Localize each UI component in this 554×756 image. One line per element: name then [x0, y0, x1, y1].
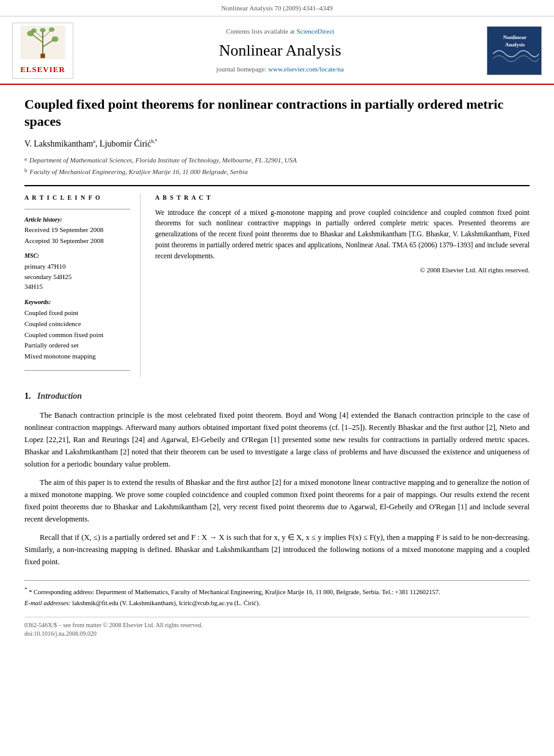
affiliations: a Department of Mathematical Sciences, F… — [24, 155, 530, 176]
affiliation-a: a Department of Mathematical Sciences, F… — [24, 155, 530, 165]
received-text: Received 19 September 2008 — [24, 225, 130, 234]
journal-logo-icon: Nonlinear Analysis — [490, 29, 540, 69]
section-1-name: Introduction — [37, 391, 82, 401]
journal-homepage-link[interactable]: www.elsevier.com/locate/na — [268, 65, 344, 73]
elsevier-logo-box: ELSEVIER — [12, 23, 73, 79]
svg-text:Nonlinear: Nonlinear — [503, 34, 527, 40]
journal-reference-bar: Nonlinear Analysis 70 (2009) 4341–4349 — [0, 0, 554, 16]
svg-rect-11 — [40, 54, 45, 58]
svg-point-7 — [52, 36, 59, 42]
msc-3: 34H15 — [24, 282, 130, 292]
contents-text: Contents lists available at — [226, 27, 295, 35]
abstract-title: A B S T R A C T — [155, 194, 530, 203]
footnote-email-line: E-mail addresses: lakshmik@fit.edu (V. L… — [24, 598, 530, 608]
elsevier-logo: ELSEVIER — [12, 23, 73, 79]
svg-text:Analysis: Analysis — [505, 42, 525, 48]
keyword-4: Partially ordered set — [24, 340, 130, 351]
journal-logo-right: Nonlinear Analysis — [487, 26, 542, 75]
info-divider-1 — [24, 209, 130, 209]
authors-text: V. Lakshmikanthama, Ljubomir Ćirićb,* — [24, 139, 157, 148]
intro-paragraph-3: Recall that if (X, ≤) is a partially ord… — [24, 531, 530, 568]
affil-text-a: Department of Mathematical Sciences, Flo… — [29, 155, 297, 165]
copyright-text: © 2008 Elsevier Ltd. All rights reserved… — [155, 266, 530, 275]
svg-point-8 — [31, 29, 37, 33]
info-divider-2 — [24, 370, 130, 371]
intro-paragraph-2: The aim of this paper is to extend the r… — [24, 476, 530, 525]
article-history-label: Article history: — [24, 216, 130, 225]
page: Nonlinear Analysis 70 (2009) 4341–4349 — [0, 0, 554, 756]
accepted-text: Accepted 30 September 2008 — [24, 236, 130, 245]
section-1-number: 1. — [24, 391, 31, 401]
journal-header: ELSEVIER Contents lists available at Sci… — [0, 16, 554, 85]
msc-secondary: secondary 54H25 — [24, 272, 130, 282]
two-column-section: A R T I C L E I N F O Article history: R… — [24, 194, 530, 377]
keyword-1: Coupled fixed point — [24, 308, 130, 319]
footnote-star-text: * Corresponding address: Department of M… — [29, 588, 440, 595]
journal-homepage-line: journal homepage: www.elsevier.com/locat… — [86, 65, 475, 75]
journal-title: Nonlinear Analysis — [86, 39, 475, 62]
svg-point-9 — [49, 27, 54, 32]
journal-logo-box: Nonlinear Analysis — [487, 26, 542, 75]
msc-section: MSC: primary 47H10 secondary 54H25 34H15 — [24, 252, 130, 292]
msc-label: MSC: — [24, 252, 130, 261]
affil-sup-a: a — [24, 155, 27, 165]
elsevier-tree-icon — [18, 26, 67, 59]
msc-primary: primary 47H10 — [24, 261, 130, 272]
svg-point-10 — [40, 28, 45, 32]
keyword-3: Coupled common fixed point — [24, 330, 130, 341]
affil-sup-b: b — [24, 167, 27, 177]
keyword-2: Coupled coincidence — [24, 319, 130, 330]
footnote-emails: lakshmik@fit.edu (V. Lakshmikantham), lc… — [72, 600, 260, 606]
footer-bar: 0362-546X/$ – see front matter © 2008 El… — [24, 617, 530, 639]
footnote-star-symbol: * — [24, 586, 27, 592]
affil-text-b: Faculty of Mechanical Engineering, Kralj… — [30, 167, 248, 177]
article-info-title: A R T I C L E I N F O — [24, 194, 130, 203]
main-content: Coupled fixed point theorems for nonline… — [0, 85, 554, 651]
journal-center-header: Contents lists available at ScienceDirec… — [86, 27, 475, 75]
article-info-column: A R T I C L E I N F O Article history: R… — [24, 194, 140, 377]
authors-line: V. Lakshmikanthama, Ljubomir Ćirićb,* — [24, 138, 530, 150]
sciencedirect-link[interactable]: ScienceDirect — [296, 27, 334, 35]
footnote-star-note: * * Corresponding address: Department of… — [24, 586, 530, 597]
affiliation-b: b Faculty of Mechanical Engineering, Kra… — [24, 167, 530, 177]
abstract-text: We introduce the concept of a mixed g-mo… — [155, 208, 530, 262]
section-1-title: 1. Introduction — [24, 390, 530, 402]
elsevier-label-text: ELSEVIER — [15, 64, 70, 76]
keyword-5: Mixed monotone mapping — [24, 351, 130, 362]
contents-available-line: Contents lists available at ScienceDirec… — [86, 27, 475, 37]
paper-title: Coupled fixed point theorems for nonline… — [24, 96, 530, 131]
footer-doi: doi:10.1016/j.na.2008.09.020 — [24, 630, 530, 639]
footer-issn: 0362-546X/$ – see front matter © 2008 El… — [24, 621, 530, 630]
journal-reference-text: Nonlinear Analysis 70 (2009) 4341–4349 — [221, 4, 333, 12]
keywords-label: Keywords: — [24, 298, 130, 307]
divider-thick — [24, 185, 530, 186]
intro-paragraph-1: The Banach contraction principle is the … — [24, 409, 530, 470]
footnotes-section: * * Corresponding address: Department of… — [24, 580, 530, 608]
abstract-column: A B S T R A C T We introduce the concept… — [155, 194, 530, 377]
footnote-email-label: E-mail addresses: — [24, 600, 71, 606]
keywords-section: Keywords: Coupled fixed point Coupled co… — [24, 298, 130, 362]
